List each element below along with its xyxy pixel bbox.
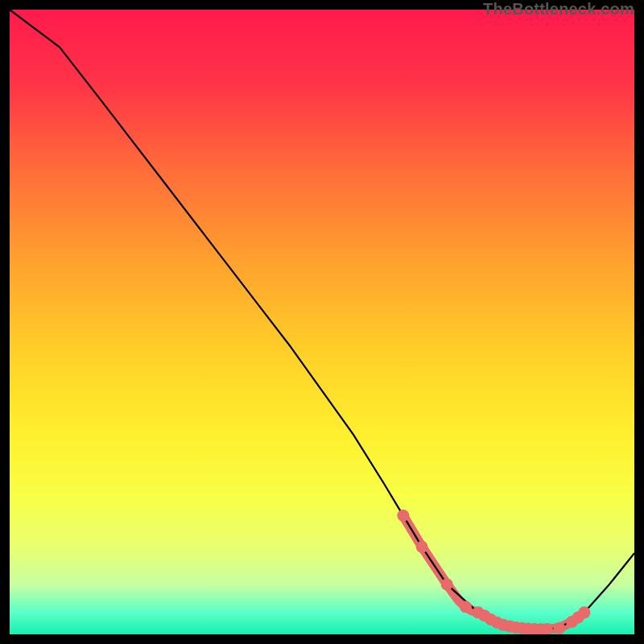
highlight-dot: [397, 510, 409, 522]
highlight-dot: [553, 622, 565, 634]
highlight-dot: [416, 541, 428, 553]
chart-container: [10, 10, 634, 634]
watermark-text: TheBottleneck.com: [483, 0, 634, 19]
chart-svg: [10, 10, 634, 634]
highlight-dot: [441, 578, 453, 590]
highlight-dot: [460, 601, 472, 613]
highlight-dot: [578, 606, 590, 618]
